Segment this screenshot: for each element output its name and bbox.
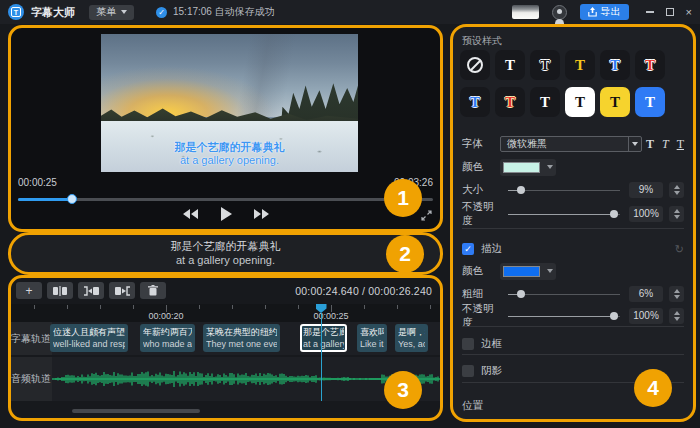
preset-grid: TTTTTTTTTTT (460, 50, 665, 117)
merge-next-button[interactable] (109, 282, 135, 299)
top-bar: T 字幕大师 菜单 ✓ 15:17:06 自动保存成功 导出 × (0, 0, 700, 24)
dropdown-arrow-icon (628, 137, 641, 151)
split-clip-button[interactable] (47, 282, 73, 299)
fast-forward-button[interactable] (254, 208, 270, 220)
shadow-label: 阴影 (481, 364, 502, 378)
stroke-label: 描边 (481, 242, 502, 256)
chevron-down-icon (121, 10, 127, 14)
export-button[interactable]: 导出 (580, 4, 629, 20)
minimize-button[interactable] (646, 11, 654, 13)
ruler-time-label: 00:00:25 (313, 311, 348, 321)
seek-handle[interactable] (67, 194, 77, 204)
check-circle-icon: ✓ (156, 7, 167, 18)
subtitle-clip[interactable]: 喜欢吗Like it (357, 324, 387, 352)
stroke-opacity-slider[interactable] (508, 311, 620, 321)
stroke-weight-stepper[interactable] (669, 286, 684, 302)
video-preview[interactable]: 那是个艺廊的开幕典礼 at a gallery opening. (101, 34, 358, 172)
video-thumbnail[interactable] (512, 5, 539, 19)
video-subtitle-overlay: 那是个艺廊的开幕典礼 at a gallery opening. (101, 141, 358, 167)
italic-icon[interactable]: T (662, 138, 669, 150)
maximize-button[interactable] (666, 8, 674, 16)
playhead-line (321, 313, 323, 401)
upload-icon (588, 7, 597, 17)
preset-style-tile[interactable]: T (635, 50, 665, 80)
rewind-button[interactable] (182, 208, 198, 220)
merge-right-icon (115, 286, 130, 296)
opacity-value[interactable]: 100% (629, 206, 663, 222)
chevron-down-icon (547, 165, 553, 169)
font-label: 字体 (462, 137, 500, 151)
timeline-scrollbar[interactable] (72, 409, 200, 413)
stroke-opacity-stepper[interactable] (669, 308, 684, 324)
merge-previous-button[interactable] (78, 282, 104, 299)
subtitle-editor-en: at a gallery opening. (10, 253, 441, 267)
preset-none-tile[interactable] (460, 50, 490, 80)
app-window: T 字幕大师 菜单 ✓ 15:17:06 自动保存成功 导出 × (0, 0, 700, 428)
stroke-color-label: 颜色 (462, 264, 500, 278)
shadow-checkbox[interactable] (462, 365, 474, 377)
bold-icon[interactable]: T (646, 138, 654, 150)
split-icon (53, 286, 67, 296)
stroke-weight-value[interactable]: 6% (629, 286, 663, 302)
preset-style-tile[interactable]: T (530, 50, 560, 80)
trash-icon (148, 285, 158, 296)
autosave-status: ✓ 15:17:06 自动保存成功 (156, 5, 275, 19)
opacity-label: 不透明度 (462, 200, 500, 228)
fullscreen-button[interactable] (421, 210, 432, 221)
stroke-weight-slider[interactable] (508, 289, 620, 299)
subtitle-clip[interactable]: 年薪约两百万who made ab (140, 324, 195, 352)
underline-icon[interactable]: T (677, 138, 684, 150)
style-panel: 预设样式 TTTTTTTTTTT 字体 微软雅黑 T T T 颜色 大小 (452, 26, 694, 420)
subtitle-track: 字幕轨道 位迷人且颇有声望的well-liked and respe年薪约两百万… (10, 322, 441, 355)
add-subtitle-button[interactable]: + (16, 282, 42, 299)
size-stepper[interactable] (669, 182, 684, 198)
preset-style-tile[interactable]: T (530, 87, 560, 117)
font-color-picker[interactable] (500, 159, 556, 176)
opacity-slider[interactable] (508, 209, 620, 219)
subtitle-clip[interactable]: 是啊，我Yes, actu (395, 324, 428, 352)
stroke-color-swatch (503, 266, 540, 277)
video-subtitle-zh: 那是个艺廊的开幕典礼 (101, 141, 358, 154)
preset-style-tile[interactable]: T (600, 87, 630, 117)
play-button[interactable] (220, 207, 232, 221)
subtitle-clip-selected[interactable]: 那是个艺廊的at a gallery o (300, 324, 347, 352)
font-color-label: 颜色 (462, 160, 500, 174)
audio-track-label: 音频轨道 (10, 357, 52, 401)
preset-style-tile[interactable]: T (600, 50, 630, 80)
stroke-color-picker[interactable] (500, 263, 556, 280)
delete-clip-button[interactable] (140, 282, 166, 299)
preset-style-tile[interactable]: T (495, 87, 525, 117)
seek-bar[interactable] (18, 194, 433, 204)
preset-style-tile[interactable]: T (565, 87, 595, 117)
subtitle-clip[interactable]: 位迷人且颇有声望的well-liked and respe (50, 324, 128, 352)
font-dropdown[interactable]: 微软雅黑 (500, 136, 642, 152)
stroke-checkbox[interactable]: ✓ (462, 243, 474, 255)
audio-waveform (52, 357, 441, 401)
subtitle-editor-box[interactable]: 那是个艺廊的开幕典礼 at a gallery opening. (10, 234, 441, 273)
audio-track[interactable]: 音频轨道 (10, 357, 441, 401)
opacity-stepper[interactable] (669, 206, 684, 222)
border-label: 边框 (481, 337, 502, 351)
timeline-timecode: 00:00:24.640 / 00:00:26.240 (295, 285, 432, 297)
chevron-down-icon (547, 269, 553, 273)
autosave-text: 15:17:06 自动保存成功 (173, 5, 275, 19)
size-slider[interactable] (508, 185, 620, 195)
stroke-opacity-value[interactable]: 100% (629, 308, 663, 324)
timeline-ruler[interactable]: 00:00:2000:00:25 (10, 304, 441, 322)
preset-style-tile[interactable]: T (635, 87, 665, 117)
stroke-weight-label: 粗细 (462, 287, 500, 301)
close-button[interactable]: × (686, 7, 692, 18)
border-checkbox[interactable] (462, 338, 474, 350)
reset-icon[interactable]: ↻ (675, 243, 684, 256)
subtitle-track-label: 字幕轨道 (10, 322, 52, 355)
subtitle-clip[interactable]: 某晚在典型的纽约社交聚They met one evening (203, 324, 280, 352)
font-color-swatch (503, 162, 540, 173)
user-avatar[interactable] (552, 5, 567, 20)
preset-style-tile[interactable]: T (565, 50, 595, 80)
size-value[interactable]: 9% (629, 182, 663, 198)
menu-button[interactable]: 菜单 (89, 5, 134, 20)
preset-style-tile[interactable]: T (495, 50, 525, 80)
preset-style-tile[interactable]: T (460, 87, 490, 117)
no-style-icon (467, 57, 483, 73)
preset-styles-title: 预设样式 (462, 34, 502, 48)
